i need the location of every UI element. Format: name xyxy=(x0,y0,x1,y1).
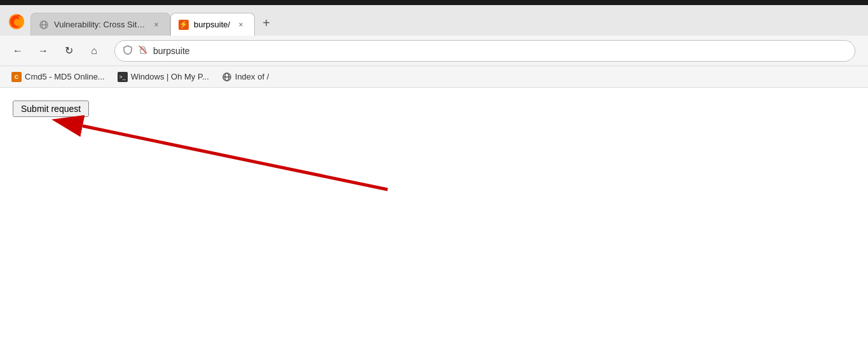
submit-request-button[interactable]: Submit request xyxy=(13,100,89,117)
bookmarks-bar: C Cmd5 - MD5 Online... >_ Windows | Oh M… xyxy=(0,66,868,88)
tab-burpsuite-label: burpsuite/ xyxy=(194,20,230,29)
firefox-icon[interactable] xyxy=(5,10,28,33)
page-content: Submit request xyxy=(0,88,868,346)
cmd5-favicon-icon: C xyxy=(11,72,22,82)
svg-line-10 xyxy=(83,126,388,190)
nav-bar: ← → ↻ ⌂ burpsuite xyxy=(0,36,868,66)
refresh-button[interactable]: ↻ xyxy=(58,41,79,61)
top-bar xyxy=(0,0,868,5)
tab-csrft[interactable]: Vulnerability: Cross Site Requ × xyxy=(31,13,170,36)
tab-burpsuite-favicon: ⚡ xyxy=(179,20,189,30)
burp-icon: ⚡ xyxy=(179,20,189,30)
bookmark-index[interactable]: Index of / xyxy=(217,70,274,84)
tab-burpsuite-close[interactable]: × xyxy=(235,19,247,31)
shield-icon xyxy=(123,45,133,57)
tab-csrft-label: Vulnerability: Cross Site Requ xyxy=(54,20,146,29)
new-tab-button[interactable]: + xyxy=(255,11,278,34)
address-text: burpsuite xyxy=(153,46,847,56)
home-button[interactable]: ⌂ xyxy=(84,41,104,61)
bookmark-cmd5[interactable]: C Cmd5 - MD5 Online... xyxy=(6,70,110,84)
tab-csrft-close[interactable]: × xyxy=(151,19,162,31)
lock-strikethrough-icon xyxy=(138,45,148,57)
bookmark-windows-label: Windows | Oh My P... xyxy=(131,72,209,81)
arrow-annotation xyxy=(51,113,407,202)
bookmark-windows[interactable]: >_ Windows | Oh My P... xyxy=(112,70,214,84)
globe-favicon-icon xyxy=(222,72,232,82)
tab-burpsuite[interactable]: ⚡ burpsuite/ × xyxy=(170,13,255,36)
tab-bar: Vulnerability: Cross Site Requ × ⚡ burps… xyxy=(0,5,868,36)
back-button[interactable]: ← xyxy=(8,41,28,61)
forward-button[interactable]: → xyxy=(33,41,53,61)
bookmark-index-label: Index of / xyxy=(235,72,269,81)
bookmark-cmd5-label: Cmd5 - MD5 Online... xyxy=(25,72,105,81)
address-bar[interactable]: burpsuite xyxy=(114,40,855,62)
tab-csrft-favicon xyxy=(39,20,49,30)
terminal-favicon-icon: >_ xyxy=(118,72,128,82)
